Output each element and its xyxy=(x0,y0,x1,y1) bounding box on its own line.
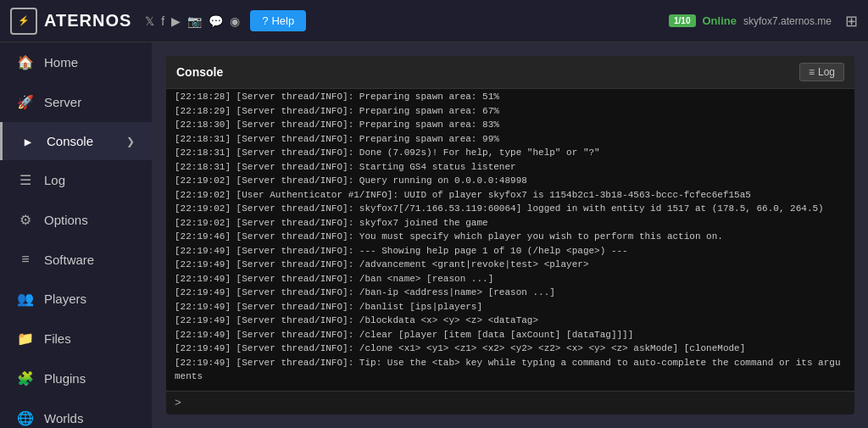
console-header: Console ≡ Log xyxy=(166,56,854,89)
sidebar-item-software[interactable]: ≡ Software xyxy=(0,240,152,279)
console-input-row: > xyxy=(166,391,854,414)
sidebar-label-files: Files xyxy=(44,331,71,346)
logo-text: ATERNOS xyxy=(44,11,131,31)
log-line: [22:19:49] [Server thread/INFO]: --- Sho… xyxy=(175,244,846,258)
sidebar-label-home: Home xyxy=(44,55,78,69)
log-line: [22:19:46] [Server thread/INFO]: You mus… xyxy=(175,230,846,244)
log-list-icon: ≡ xyxy=(809,66,815,78)
server-icon: 🚀 xyxy=(17,94,34,110)
log-line: [22:18:29] [Server thread/INFO]: Prepari… xyxy=(175,104,846,119)
log-line: [22:18:31] [Server thread/INFO]: Startin… xyxy=(175,160,846,175)
log-line: [22:19:49] [Server thread/INFO]: /clear … xyxy=(175,328,846,342)
plugins-icon: 🧩 xyxy=(17,370,34,386)
sidebar: 🏠 Home 🚀 Server ▶ Console ❯ ☰ Log ⚙ Opti… xyxy=(0,42,153,428)
log-line: [22:18:31] [Server thread/INFO]: Prepari… xyxy=(175,132,846,147)
sidebar-label-options: Options xyxy=(44,213,88,227)
content-area: Console ≡ Log [22:18:23] [Server thread/… xyxy=(153,42,868,428)
sidebar-label-players: Players xyxy=(44,292,86,306)
sidebar-item-players[interactable]: 👥 Players xyxy=(0,279,152,319)
chevron-right-icon: ❯ xyxy=(126,136,135,147)
log-line: [22:19:49] [Server thread/INFO]: /ban-ip… xyxy=(175,286,846,300)
logo-area: ⚡ ATERNOS xyxy=(10,8,131,35)
sidebar-item-worlds[interactable]: 🌐 Worlds xyxy=(0,398,152,428)
log-line: [22:19:49] [Server thread/INFO]: /banlis… xyxy=(175,300,846,314)
console-icon: ▶ xyxy=(19,135,36,148)
discord-icon[interactable]: 💬 xyxy=(209,14,223,28)
sidebar-label-log: Log xyxy=(44,173,65,187)
help-icon: ? xyxy=(262,14,268,27)
log-line: [22:18:31] [Server thread/INFO]: Done (7… xyxy=(175,146,846,160)
files-icon: 📁 xyxy=(17,331,34,347)
software-icon: ≡ xyxy=(17,252,34,267)
log-line: [22:18:30] [Server thread/INFO]: Prepari… xyxy=(175,118,846,132)
log-button[interactable]: ≡ Log xyxy=(799,63,844,81)
sidebar-label-software: Software xyxy=(44,253,94,267)
topbar-menu-icon[interactable]: ⊞ xyxy=(845,12,858,31)
log-line: [22:19:02] [Server thread/INFO]: Query r… xyxy=(175,174,846,188)
players-icon: 👥 xyxy=(17,291,34,307)
online-badge: 1/10 xyxy=(669,14,695,27)
console-panel: Console ≡ Log [22:18:23] [Server thread/… xyxy=(166,56,854,414)
topbar: ⚡ ATERNOS 𝕏 f ▶ 📷 💬 ◉ ? Help 1/10 Online… xyxy=(0,0,868,42)
console-output[interactable]: [22:18:23] [Server thread/INFO]: Startin… xyxy=(166,89,854,391)
sidebar-item-options[interactable]: ⚙ Options xyxy=(0,200,152,240)
sidebar-label-console: Console xyxy=(47,134,93,148)
console-title: Console xyxy=(176,65,223,79)
sidebar-item-console[interactable]: ▶ Console ❯ xyxy=(0,122,152,160)
main-layout: 🏠 Home 🚀 Server ▶ Console ❯ ☰ Log ⚙ Opti… xyxy=(0,42,868,428)
sidebar-item-plugins[interactable]: 🧩 Plugins xyxy=(0,359,152,398)
logo-icon: ⚡ xyxy=(10,8,37,35)
log-line: [22:19:49] [Server thread/INFO]: /ban <n… xyxy=(175,272,846,286)
log-line: [22:19:49] [Server thread/INFO]: Tip: Us… xyxy=(175,356,846,384)
log-line: [22:19:02] [Server thread/INFO]: skyfox7… xyxy=(175,202,846,216)
social-icons: 𝕏 f ▶ 📷 💬 ◉ xyxy=(145,14,240,28)
home-icon: 🏠 xyxy=(17,54,34,70)
log-icon: ☰ xyxy=(17,172,34,188)
worlds-icon: 🌐 xyxy=(17,410,34,426)
instagram-icon[interactable]: 📷 xyxy=(187,14,202,28)
log-line: [22:19:49] [Server thread/INFO]: /advanc… xyxy=(175,258,846,272)
youtube-icon[interactable]: ▶ xyxy=(171,14,181,28)
topbar-right: 1/10 Online skyfox7.aternos.me ⊞ xyxy=(669,12,858,31)
sidebar-item-server[interactable]: 🚀 Server xyxy=(0,82,152,122)
help-button[interactable]: ? Help xyxy=(250,10,306,31)
server-name: skyfox7.aternos.me xyxy=(743,15,832,27)
feed-icon[interactable]: ◉ xyxy=(230,14,240,28)
log-line: [22:18:28] [Server thread/INFO]: Prepari… xyxy=(175,90,846,104)
sidebar-label-plugins: Plugins xyxy=(44,371,86,386)
log-line: [22:19:02] [User Authenticator #1/INFO]:… xyxy=(175,188,846,203)
sidebar-label-server: Server xyxy=(44,95,81,109)
sidebar-item-log[interactable]: ☰ Log xyxy=(0,160,152,200)
twitter-icon[interactable]: 𝕏 xyxy=(145,14,154,28)
console-prompt: > xyxy=(175,397,181,409)
sidebar-label-worlds: Worlds xyxy=(44,411,83,425)
log-line: [22:19:49] [Server thread/INFO]: /clone … xyxy=(175,342,846,356)
options-icon: ⚙ xyxy=(17,212,34,228)
online-label: Online xyxy=(703,14,737,27)
log-line: [22:19:02] [Server thread/INFO]: skyfox7… xyxy=(175,216,846,231)
facebook-icon[interactable]: f xyxy=(161,14,164,28)
console-input[interactable] xyxy=(185,397,846,409)
log-line: [22:19:49] [Server thread/INFO]: /blockd… xyxy=(175,314,846,328)
sidebar-item-home[interactable]: 🏠 Home xyxy=(0,42,152,82)
sidebar-item-files[interactable]: 📁 Files xyxy=(0,319,152,359)
